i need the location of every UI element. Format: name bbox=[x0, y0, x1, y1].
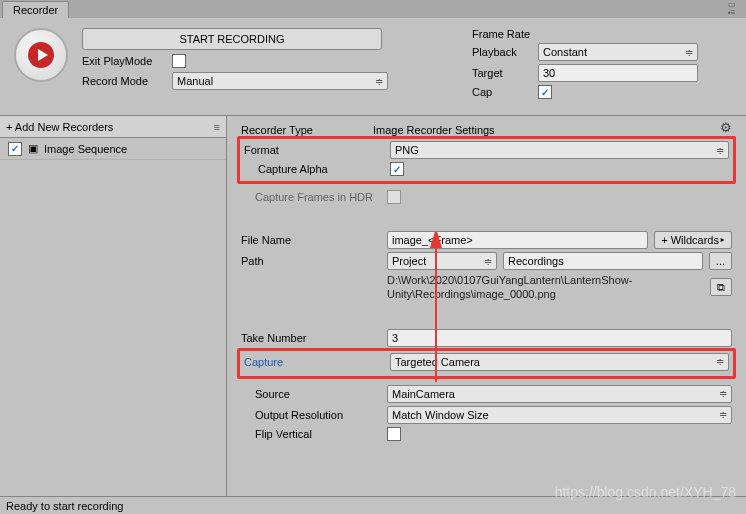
path-root-dropdown[interactable]: Project bbox=[387, 252, 497, 270]
full-path-text: D:\Work\2020\0107GuiYangLantern\LanternS… bbox=[387, 273, 704, 302]
path-field[interactable]: Recordings bbox=[503, 252, 703, 270]
play-icon bbox=[27, 41, 55, 69]
capture-alpha-label: Capture Alpha bbox=[244, 163, 384, 175]
source-label: Source bbox=[241, 388, 381, 400]
recorder-item[interactable]: ▣ Image Sequence bbox=[0, 138, 226, 160]
playback-label: Playback bbox=[472, 46, 532, 58]
add-recorder-label: + Add New Recorders bbox=[6, 121, 113, 133]
menu-icon[interactable] bbox=[214, 121, 220, 133]
tab-bar: Recorder bbox=[0, 0, 746, 18]
gear-icon[interactable]: ⚙ bbox=[720, 120, 732, 135]
flip-vertical-checkbox[interactable] bbox=[387, 427, 401, 441]
record-mode-label: Record Mode bbox=[82, 75, 166, 87]
body: + Add New Recorders ▣ Image Sequence ⚙ R… bbox=[0, 116, 746, 512]
capture-alpha-checkbox[interactable] bbox=[390, 162, 404, 176]
hdr-checkbox bbox=[387, 190, 401, 204]
sidebar: + Add New Recorders ▣ Image Sequence bbox=[0, 116, 227, 512]
recorder-item-label: Image Sequence bbox=[44, 143, 127, 155]
play-button[interactable] bbox=[14, 28, 68, 82]
status-bar: Ready to start recording bbox=[0, 496, 746, 514]
filename-field[interactable]: image_<Frame> bbox=[387, 231, 648, 249]
take-number-label: Take Number bbox=[241, 332, 381, 344]
highlight-capture: Capture Targeted Camera bbox=[237, 348, 736, 379]
source-dropdown[interactable]: MainCamera bbox=[387, 385, 732, 403]
filename-label: File Name bbox=[241, 234, 381, 246]
target-field[interactable]: 30 bbox=[538, 64, 698, 82]
path-browse-button[interactable]: ... bbox=[709, 252, 732, 270]
frame-rate-section: Frame Rate Playback Constant Target 30 C… bbox=[472, 28, 732, 99]
window-menu-icon[interactable]: ▪≡ bbox=[728, 10, 742, 16]
record-mode-dropdown[interactable]: Manual bbox=[172, 72, 388, 90]
capture-dropdown[interactable]: Targeted Camera bbox=[390, 353, 729, 371]
top-section: START RECORDING Exit PlayMode Record Mod… bbox=[0, 18, 746, 116]
wildcards-button[interactable]: + Wildcards ‣ bbox=[654, 231, 732, 249]
path-label: Path bbox=[241, 255, 381, 267]
format-dropdown[interactable]: PNG bbox=[390, 141, 729, 159]
resolution-dropdown[interactable]: Match Window Size bbox=[387, 406, 732, 424]
highlight-format: Format PNG Capture Alpha bbox=[237, 136, 736, 184]
flip-vertical-label: Flip Vertical bbox=[241, 428, 381, 440]
frame-rate-title: Frame Rate bbox=[472, 28, 732, 40]
add-recorder-header[interactable]: + Add New Recorders bbox=[0, 116, 226, 138]
open-folder-button[interactable]: ⧉ bbox=[710, 278, 732, 296]
image-icon: ▣ bbox=[28, 142, 38, 155]
resolution-label: Output Resolution bbox=[241, 409, 381, 421]
cap-label: Cap bbox=[472, 86, 532, 98]
playback-dropdown[interactable]: Constant bbox=[538, 43, 698, 61]
top-fields: START RECORDING Exit PlayMode Record Mod… bbox=[82, 28, 458, 99]
recorder-type-label: Recorder Type bbox=[241, 124, 313, 136]
recorder-settings: ⚙ Recorder Type Image Recorder Settings … bbox=[227, 116, 746, 512]
hdr-label: Capture Frames in HDR bbox=[241, 191, 381, 203]
cap-checkbox[interactable] bbox=[538, 85, 552, 99]
start-recording-button[interactable]: START RECORDING bbox=[82, 28, 382, 50]
take-number-field[interactable]: 3 bbox=[387, 329, 732, 347]
window-controls: ▭ ▪≡ bbox=[728, 2, 742, 16]
recorder-item-checkbox[interactable] bbox=[8, 142, 22, 156]
target-label: Target bbox=[472, 67, 532, 79]
format-label: Format bbox=[244, 144, 384, 156]
exit-playmode-checkbox[interactable] bbox=[172, 54, 186, 68]
capture-label: Capture bbox=[244, 356, 384, 368]
recorder-settings-label: Image Recorder Settings bbox=[373, 124, 495, 136]
exit-playmode-label: Exit PlayMode bbox=[82, 55, 166, 67]
tab-recorder[interactable]: Recorder bbox=[2, 1, 69, 18]
